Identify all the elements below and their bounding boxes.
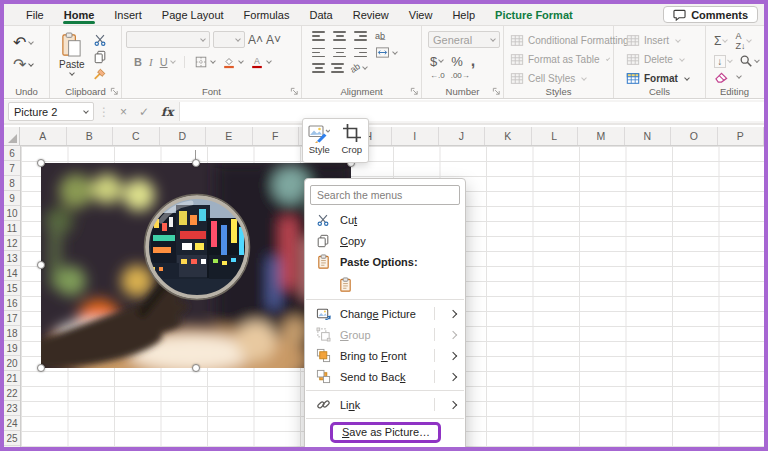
column-header-I[interactable]: I bbox=[392, 127, 439, 145]
decrease-font-size-button[interactable]: A˅ bbox=[266, 33, 281, 47]
confirm-entry-button[interactable]: ✓ bbox=[133, 105, 155, 119]
column-header-K[interactable]: K bbox=[485, 127, 532, 145]
insert-cells-button[interactable]: Insert bbox=[626, 32, 701, 49]
underline-button[interactable]: U bbox=[160, 56, 168, 68]
row-header-19[interactable]: 19 bbox=[4, 341, 20, 356]
row-header-14[interactable]: 14 bbox=[4, 266, 20, 281]
comments-button[interactable]: Comments bbox=[663, 6, 758, 23]
italic-button[interactable]: I bbox=[149, 56, 153, 68]
select-all-corner[interactable] bbox=[4, 127, 20, 145]
ribbon-tab-help[interactable]: Help bbox=[442, 4, 485, 25]
menu-search-input[interactable] bbox=[310, 185, 460, 205]
format-as-table-button[interactable]: Format as Table bbox=[510, 51, 609, 68]
menu-item-assign-macro[interactable]: Assign Macro… bbox=[305, 443, 465, 447]
decrease-decimal-button[interactable]: .00→ bbox=[451, 71, 470, 80]
redo-button[interactable]: ↷ bbox=[13, 55, 33, 74]
menu-item-cut[interactable]: Cut bbox=[305, 209, 465, 230]
bottom-align-button[interactable] bbox=[354, 31, 367, 41]
row-header-17[interactable]: 17 bbox=[4, 311, 20, 326]
selection-handle[interactable] bbox=[192, 364, 200, 372]
menu-item-copy[interactable]: Copy bbox=[305, 230, 465, 251]
ribbon-tab-file[interactable]: File bbox=[16, 4, 54, 25]
column-header-D[interactable]: D bbox=[160, 127, 207, 145]
comma-format-button[interactable]: , bbox=[471, 52, 475, 70]
column-header-J[interactable]: J bbox=[439, 127, 486, 145]
format-cells-button[interactable]: Format bbox=[626, 70, 701, 87]
row-header-7[interactable]: 7 bbox=[4, 161, 20, 176]
selection-handle[interactable] bbox=[192, 159, 200, 167]
paste-option-keep-source[interactable] bbox=[305, 272, 465, 296]
increase-decimal-button[interactable]: ←.0 bbox=[430, 71, 445, 80]
merge-center-button[interactable] bbox=[375, 46, 390, 59]
column-header-A[interactable]: A bbox=[20, 127, 67, 145]
selection-handle[interactable] bbox=[37, 364, 45, 372]
number-dialog-launcher[interactable] bbox=[492, 87, 501, 96]
ribbon-tab-view[interactable]: View bbox=[399, 4, 443, 25]
menu-item-group[interactable]: Group bbox=[305, 324, 465, 345]
row-header-8[interactable]: 8 bbox=[4, 176, 20, 191]
selection-handle[interactable] bbox=[37, 261, 45, 269]
align-center-button[interactable] bbox=[333, 48, 346, 58]
copy-icon[interactable] bbox=[93, 50, 107, 64]
align-left-button[interactable] bbox=[312, 48, 325, 58]
menu-item-save-as-picture[interactable]: Save as Picture… bbox=[305, 422, 465, 443]
menu-item-send-to-back[interactable]: Send to Back bbox=[305, 366, 465, 387]
paste-button[interactable]: Paste bbox=[54, 31, 90, 76]
ribbon-tab-review[interactable]: Review bbox=[343, 4, 399, 25]
column-header-C[interactable]: C bbox=[113, 127, 160, 145]
row-header-26[interactable]: 26 bbox=[4, 446, 20, 447]
font-dialog-launcher[interactable] bbox=[290, 87, 299, 96]
row-header-12[interactable]: 12 bbox=[4, 236, 20, 251]
row-header-13[interactable]: 13 bbox=[4, 251, 20, 266]
sort-filter-button[interactable]: AZ↓ bbox=[735, 31, 745, 51]
middle-align-button[interactable] bbox=[333, 31, 346, 41]
row-header-11[interactable]: 11 bbox=[4, 221, 20, 236]
selection-handle[interactable] bbox=[37, 159, 45, 167]
column-header-F[interactable]: F bbox=[253, 127, 300, 145]
row-header-9[interactable]: 9 bbox=[4, 191, 20, 206]
decrease-indent-button[interactable] bbox=[312, 63, 323, 73]
increase-indent-button[interactable] bbox=[331, 63, 342, 73]
row-header-16[interactable]: 16 bbox=[4, 296, 20, 311]
autosum-button[interactable]: Σ bbox=[714, 34, 721, 48]
align-right-button[interactable] bbox=[354, 48, 367, 58]
column-header-O[interactable]: O bbox=[671, 127, 718, 145]
wrap-text-button[interactable]: ab̲ bbox=[375, 31, 385, 41]
conditional-formatting-button[interactable]: Conditional Formatting bbox=[510, 32, 609, 49]
borders-button[interactable] bbox=[194, 55, 208, 69]
row-header-22[interactable]: 22 bbox=[4, 386, 20, 401]
font-size-combo[interactable] bbox=[213, 31, 245, 48]
ribbon-tab-insert[interactable]: Insert bbox=[104, 4, 152, 25]
top-align-button[interactable] bbox=[312, 31, 325, 41]
cut-icon[interactable] bbox=[93, 33, 107, 47]
crop-button[interactable]: Crop bbox=[338, 122, 367, 159]
fill-button[interactable]: ↓ bbox=[714, 55, 726, 68]
number-format-combo[interactable]: General bbox=[428, 31, 500, 48]
clear-button[interactable] bbox=[714, 70, 729, 83]
row-header-25[interactable]: 25 bbox=[4, 431, 20, 446]
row-header-20[interactable]: 20 bbox=[4, 356, 20, 371]
menu-item-change-picture[interactable]: Change Picture bbox=[305, 303, 465, 324]
font-color-button[interactable]: A bbox=[250, 55, 264, 69]
column-header-N[interactable]: N bbox=[625, 127, 672, 145]
column-header-P[interactable]: P bbox=[718, 127, 765, 145]
row-header-15[interactable]: 15 bbox=[4, 281, 20, 296]
delete-cells-button[interactable]: Delete bbox=[626, 51, 701, 68]
format-painter-icon[interactable] bbox=[93, 67, 107, 81]
fill-color-button[interactable] bbox=[222, 55, 236, 69]
currency-format-button[interactable]: $ bbox=[430, 54, 437, 69]
orientation-button[interactable]: ab bbox=[348, 61, 362, 75]
ribbon-tab-page-layout[interactable]: Page Layout bbox=[152, 4, 234, 25]
increase-font-size-button[interactable]: A˄ bbox=[248, 33, 263, 47]
clipboard-dialog-launcher[interactable] bbox=[110, 87, 119, 96]
style-button[interactable]: Style bbox=[305, 122, 334, 159]
bold-button[interactable]: B bbox=[134, 56, 142, 68]
font-name-combo[interactable] bbox=[126, 31, 210, 48]
row-header-24[interactable]: 24 bbox=[4, 416, 20, 431]
column-header-B[interactable]: B bbox=[67, 127, 114, 145]
ribbon-tab-formulas[interactable]: Formulas bbox=[234, 4, 300, 25]
find-select-button[interactable] bbox=[739, 54, 753, 68]
cancel-entry-button[interactable]: × bbox=[114, 105, 133, 119]
column-header-M[interactable]: M bbox=[578, 127, 625, 145]
row-header-21[interactable]: 21 bbox=[4, 371, 20, 386]
